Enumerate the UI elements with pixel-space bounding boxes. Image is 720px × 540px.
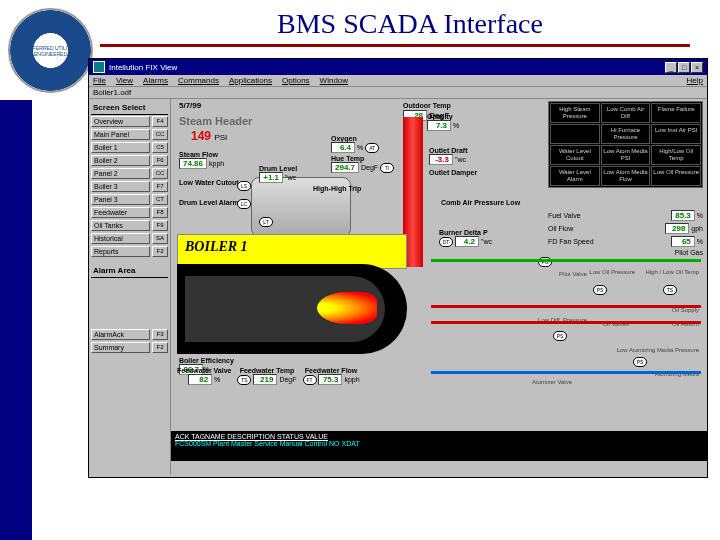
menu-help[interactable]: Help [687, 76, 703, 85]
status-cell: Water Level Alarm [550, 166, 600, 186]
menu-view[interactable]: View [116, 76, 133, 85]
screen-select-header: Screen Select [91, 101, 168, 115]
nav-historical[interactable]: Historical [91, 233, 150, 244]
oil-supply-pipe [431, 305, 701, 308]
lc-sensor-icon: LC [237, 199, 251, 209]
menu-alarms[interactable]: Alarms [143, 76, 168, 85]
nav-overview[interactable]: Overview [91, 116, 150, 127]
fkey-SA[interactable]: SA [152, 233, 168, 244]
fkey-F2[interactable]: F2 [152, 246, 168, 257]
fkey-F8[interactable]: F8 [152, 207, 168, 218]
burner-delta-p: Burner Delta P DT 4.2 "wc [439, 229, 492, 247]
nav-panel-2[interactable]: Panel 2 [91, 168, 150, 179]
slide-sidebar [0, 100, 32, 540]
fkey-C5[interactable]: C5 [152, 142, 168, 153]
brand-logo: PREFERRED UTILITIES ENGINEERED [8, 8, 93, 93]
status-cell: Low Atom Media PSI [601, 145, 651, 165]
alarm-log: ACK TAGNAME DESCRIPTION STATUS VALUE FCS… [171, 431, 707, 461]
fkey-CC[interactable]: CC [152, 168, 168, 179]
fkey-CC[interactable]: CC [152, 129, 168, 140]
status-cell: Low Oil Pressure [651, 166, 701, 186]
menu-applications[interactable]: Applications [229, 76, 272, 85]
steam-pressure-value: 149 PSI [191, 129, 227, 143]
boiler-name: BOILER 1 [185, 239, 248, 255]
lt-sensor-icon: LT [259, 217, 273, 227]
status-grid: High Steam PressureLow Comb Air DiffFlam… [548, 101, 703, 188]
app-icon [93, 61, 105, 73]
steam-header-label: Steam Header [179, 115, 252, 127]
alarm-ack-button[interactable]: AlarmAck [91, 329, 150, 340]
fkey-CT[interactable]: CT [152, 194, 168, 205]
menubar: File View Alarms Commands Applications O… [89, 75, 707, 87]
status-cell [550, 124, 600, 144]
hue-temp: Hue Temp 294.7 DegF TI [331, 155, 394, 173]
maximize-button[interactable]: □ [678, 62, 690, 73]
steam-flow: Steam Flow 74.86 kpph [179, 151, 224, 169]
opacity: Opacity 7.3 % [427, 113, 459, 131]
status-cell: Low Atom Media Flow [601, 166, 651, 186]
scada-window: Intellution FIX View _ □ × File View Ala… [88, 58, 708, 478]
alarm-area-header: Alarm Area [91, 264, 168, 278]
fkey-F7[interactable]: F7 [152, 181, 168, 192]
oxygen: Oxygen 6.4 % AT [331, 135, 379, 153]
status-cell: Low Inst Air PSI [651, 124, 701, 144]
nav-boiler-3[interactable]: Boiler 3 [91, 181, 150, 192]
menu-options[interactable]: Options [282, 76, 310, 85]
fkey-F9[interactable]: F9 [152, 220, 168, 231]
alarm-ack-fkey[interactable]: F3 [152, 329, 168, 340]
comb-air: Comb Air Pressure Low [441, 199, 520, 207]
menu-commands[interactable]: Commands [178, 76, 219, 85]
close-button[interactable]: × [691, 62, 703, 73]
nav-boiler-2[interactable]: Boiler 2 [91, 155, 150, 166]
status-cell: Low Comb Air Diff [601, 103, 651, 123]
high-low-oil-temp-label: High / Low Oil Temp [645, 269, 699, 275]
nav-boiler-1[interactable]: Boiler 1 [91, 142, 150, 153]
status-cell: High/Low Oil Temp [651, 145, 701, 165]
summary-button[interactable]: Summary [91, 342, 150, 353]
nav-reports[interactable]: Reports [91, 246, 150, 257]
status-cell: Hi Furnace Pressure [601, 124, 651, 144]
window-title: Intellution FIX View [109, 63, 177, 72]
title-rule [100, 44, 690, 47]
fkey-F4[interactable]: F4 [152, 116, 168, 127]
nav-main-panel[interactable]: Main Panel [91, 129, 150, 140]
ls-sensor-icon: LS [237, 181, 251, 191]
ps2-sensor-icon: PS [553, 331, 567, 341]
pilot-gas-pipe [431, 259, 701, 262]
flame-icon [317, 292, 377, 324]
document-title: Boiler1.odf [89, 87, 707, 99]
drum-level: Drum Level +1.1 "wc [259, 165, 297, 183]
left-panel: Screen Select OverviewF4Main PanelCCBoil… [89, 99, 171, 475]
mimic-area: 5/7/99 Outdoor Temp 28 DegF 11:54:04 AM … [171, 99, 707, 475]
fkey-F6[interactable]: F6 [152, 155, 168, 166]
low-atom-label: Low Atomizing Media Pressure [617, 347, 699, 353]
outlet-damper: Outlet Damper [429, 169, 477, 176]
titlebar: Intellution FIX View _ □ × [89, 59, 707, 75]
atom-media-pipe [431, 371, 701, 374]
ps3-sensor-icon: PS [633, 357, 647, 367]
nav-oil-tanks[interactable]: Oil Tanks [91, 220, 150, 231]
right-readings: Fuel Valve85.3 % Oil Flow298 gph FD Fan … [548, 209, 703, 257]
menu-file[interactable]: File [93, 76, 106, 85]
outlet-draft: Outlet Draft -3.3 "wc [429, 147, 468, 165]
summary-fkey[interactable]: F2 [152, 342, 168, 353]
status-cell: Water Level Cutout [550, 145, 600, 165]
status-cell: High Steam Pressure [550, 103, 600, 123]
high-high-trip: High-High Trip [313, 185, 361, 192]
low-oil-pressure-label: Low Oil Pressure [589, 269, 635, 275]
oil-return-pipe [431, 321, 701, 324]
status-bar [171, 461, 707, 475]
menu-window[interactable]: Window [320, 76, 348, 85]
nav-panel-3[interactable]: Panel 3 [91, 194, 150, 205]
minimize-button[interactable]: _ [665, 62, 677, 73]
atom-valve-label: Atomizer Valve [532, 379, 572, 385]
status-cell: Flame Failure [651, 103, 701, 123]
feedwater-row: Feedwater Valve82 % Feedwater TempTS 219… [177, 367, 360, 385]
pilot-valve-label: Pilot Valve [559, 271, 587, 277]
drum-level-alarm: Drum Level Alarm [179, 199, 239, 206]
ps-sensor-icon: PS [593, 285, 607, 295]
slide-title: BMS SCADA Interface [100, 0, 720, 44]
boiler-body-graphic [177, 264, 407, 354]
low-water-cutout: Low Water Cutout [179, 179, 239, 186]
nav-feedwater[interactable]: Feedwater [91, 207, 150, 218]
